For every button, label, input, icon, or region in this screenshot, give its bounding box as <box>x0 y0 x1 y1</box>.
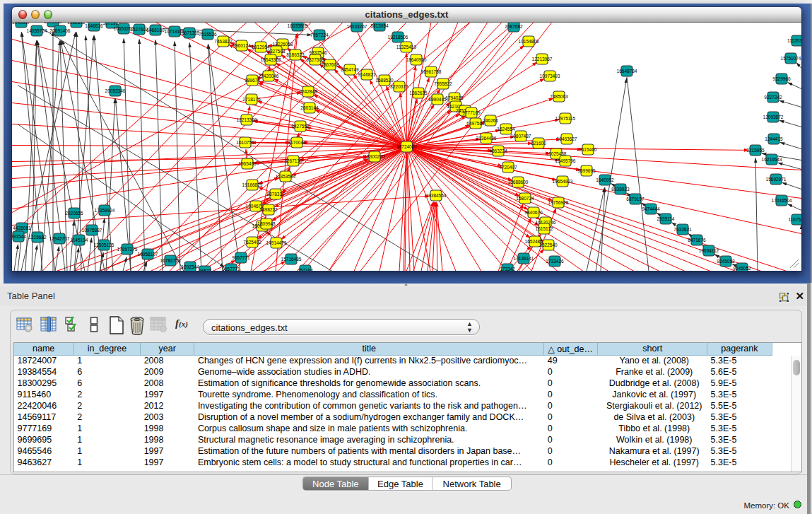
svg-text:1646616: 1646616 <box>85 23 103 28</box>
svg-text:6794028: 6794028 <box>445 95 464 100</box>
svg-text:1965493: 1965493 <box>238 160 257 165</box>
svg-text:7955822: 7955822 <box>434 81 452 86</box>
svg-text:9146821: 9146821 <box>358 71 376 76</box>
svg-text:18640910: 18640910 <box>406 57 427 62</box>
svg-text:19654923: 19654923 <box>553 178 573 183</box>
svg-text:2020655: 2020655 <box>65 210 83 215</box>
svg-text:1615112: 1615112 <box>536 226 553 230</box>
svg-text:17359924: 17359924 <box>95 207 115 212</box>
svg-text:8220373: 8220373 <box>390 83 408 88</box>
svg-text:989674: 989674 <box>245 77 260 82</box>
svg-text:16961758: 16961758 <box>421 69 442 74</box>
svg-text:157164: 157164 <box>298 267 313 271</box>
svg-text:1606332: 1606332 <box>44 23 62 24</box>
svg-text:7463822: 7463822 <box>214 38 233 43</box>
svg-text:10958107: 10958107 <box>138 251 158 256</box>
svg-text:17957275: 17957275 <box>117 246 138 251</box>
svg-text:391544: 391544 <box>12 233 26 238</box>
svg-text:12213967: 12213967 <box>532 56 553 61</box>
svg-text:8878332: 8878332 <box>266 191 285 196</box>
svg-text:12975115: 12975115 <box>555 115 576 120</box>
svg-text:6466160: 6466160 <box>146 27 165 32</box>
svg-text:9474444: 9474444 <box>642 206 660 211</box>
svg-text:8454749: 8454749 <box>341 66 359 71</box>
svg-text:4435061: 4435061 <box>13 225 31 230</box>
svg-text:16648784: 16648784 <box>617 68 637 73</box>
svg-text:10973493: 10973493 <box>540 73 560 78</box>
svg-text:9657771: 9657771 <box>232 255 250 259</box>
svg-text:22420046: 22420046 <box>259 73 279 78</box>
svg-text:15495796: 15495796 <box>555 158 576 163</box>
svg-text:11325419: 11325419 <box>396 44 417 49</box>
svg-text:10807487: 10807487 <box>511 133 531 138</box>
svg-text:9327508: 9327508 <box>306 57 324 62</box>
svg-text:96577: 96577 <box>199 268 211 271</box>
svg-text:173342: 173342 <box>500 266 515 271</box>
svg-text:14914479: 14914479 <box>266 240 287 245</box>
svg-text:8813054: 8813054 <box>370 23 389 28</box>
svg-text:8471676: 8471676 <box>688 237 706 242</box>
svg-text:1215682: 1215682 <box>28 234 47 239</box>
svg-text:1624554: 1624554 <box>497 126 515 131</box>
svg-text:15692971: 15692971 <box>766 176 787 181</box>
svg-text:2867608: 2867608 <box>321 62 339 66</box>
svg-text:9699695: 9699695 <box>577 168 596 173</box>
svg-text:8186323: 8186323 <box>286 52 305 57</box>
svg-text:7625402: 7625402 <box>243 239 261 244</box>
svg-text:1809948: 1809948 <box>257 221 276 226</box>
svg-text:9242848: 9242848 <box>299 88 317 93</box>
svg-text:19756928: 19756928 <box>548 199 569 204</box>
svg-text:14055724: 14055724 <box>27 28 47 33</box>
svg-text:2935114: 2935114 <box>657 216 675 221</box>
svg-text:2522540: 2522540 <box>539 242 558 247</box>
svg-text:8990445: 8990445 <box>428 96 447 101</box>
svg-text:1962602: 1962602 <box>67 23 86 25</box>
svg-text:14136141: 14136141 <box>514 255 534 260</box>
svg-text:11120345: 11120345 <box>787 37 801 42</box>
svg-text:15751074: 15751074 <box>781 55 801 60</box>
svg-text:3215955: 3215955 <box>746 147 765 152</box>
svg-text:6879197: 6879197 <box>626 196 645 201</box>
svg-text:20053346: 20053346 <box>105 88 126 93</box>
svg-text:16782759: 16782759 <box>160 257 181 262</box>
svg-text:9245052: 9245052 <box>733 265 751 270</box>
svg-text:7957224: 7957224 <box>310 32 329 37</box>
svg-text:20691406: 20691406 <box>50 28 71 33</box>
svg-text:9327503: 9327503 <box>267 48 286 53</box>
svg-text:10154808: 10154808 <box>519 38 539 43</box>
svg-text:1244415: 1244415 <box>765 136 783 141</box>
svg-text:19218506: 19218506 <box>388 34 408 39</box>
svg-text:9337546: 9337546 <box>309 49 327 54</box>
svg-text:9840670: 9840670 <box>524 209 543 214</box>
svg-text:8960124: 8960124 <box>233 42 251 47</box>
svg-text:19463627: 19463627 <box>557 136 577 141</box>
svg-text:7485063: 7485063 <box>550 93 568 98</box>
svg-text:1610755: 1610755 <box>236 139 254 144</box>
svg-text:9657771: 9657771 <box>222 266 240 271</box>
svg-text:9227342: 9227342 <box>764 94 782 99</box>
svg-text:15716485: 15716485 <box>281 256 302 261</box>
svg-text:2040557: 2040557 <box>12 23 30 25</box>
svg-text:10033267: 10033267 <box>347 23 367 28</box>
svg-text:1527602: 1527602 <box>130 26 148 31</box>
svg-text:1640952: 1640952 <box>596 177 614 182</box>
svg-text:5498222: 5498222 <box>259 206 278 211</box>
svg-text:621600: 621600 <box>531 140 546 145</box>
svg-text:10975887: 10975887 <box>82 227 102 232</box>
svg-text:16033809: 16033809 <box>288 23 308 28</box>
svg-text:1588520: 1588520 <box>375 77 394 82</box>
svg-text:19166825: 19166825 <box>242 182 263 187</box>
svg-text:16543362: 16543362 <box>261 57 281 62</box>
svg-text:2718176: 2718176 <box>242 96 261 101</box>
svg-text:9329966: 9329966 <box>772 76 791 81</box>
svg-text:9115460: 9115460 <box>579 146 597 151</box>
svg-text:7515526: 7515526 <box>199 31 217 36</box>
svg-text:12093872: 12093872 <box>763 114 784 119</box>
svg-text:18724007: 18724007 <box>396 144 417 148</box>
svg-text:18300275: 18300275 <box>365 153 385 158</box>
svg-text:1580724: 1580724 <box>516 195 534 200</box>
svg-text:746266: 746266 <box>483 117 498 122</box>
svg-text:12213369: 12213369 <box>237 117 257 122</box>
svg-text:1167534: 1167534 <box>789 216 801 221</box>
svg-text:3267130: 3267130 <box>284 158 302 163</box>
